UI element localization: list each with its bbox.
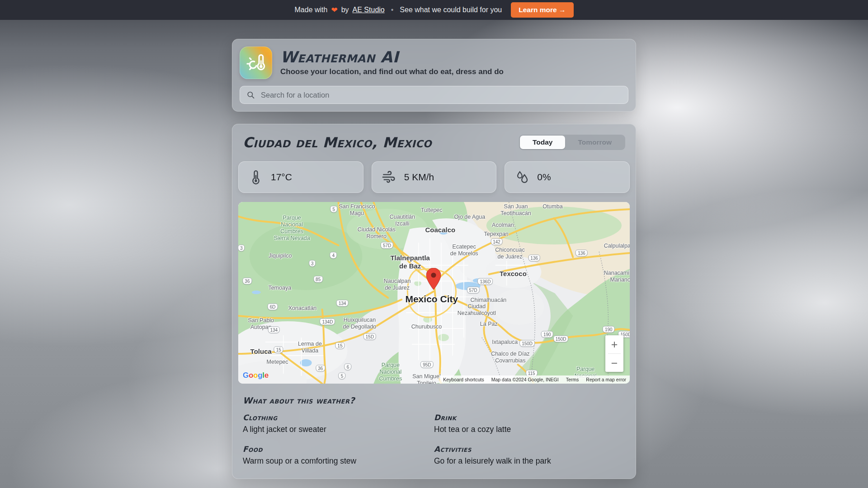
- attribution-keyboard-shortcuts[interactable]: Keyboard shortcuts: [439, 375, 487, 384]
- promo-text: Made with ❤ by AE Studio • See what we c…: [295, 5, 502, 15]
- dot-separator: •: [391, 6, 394, 14]
- stat-value: 5 KM/h: [404, 172, 434, 183]
- zoom-out-button[interactable]: −: [605, 354, 623, 372]
- app-header-card: Weatherman AI Choose your location, and …: [232, 39, 636, 112]
- location-title: Ciudad del Mexico, Mexico: [243, 134, 432, 150]
- suggestion-value: Go for a leisurely walk in the park: [434, 456, 625, 466]
- thermometer-icon: [248, 169, 264, 185]
- stat-card: 17°C: [238, 161, 363, 193]
- stat-value: 0%: [537, 172, 551, 183]
- google-logo[interactable]: Google: [243, 371, 269, 380]
- main-column: Weatherman AI Choose your location, and …: [232, 20, 636, 479]
- suggestion-item-drink: DrinkHot tea or a cozy latte: [434, 413, 625, 434]
- suggestions-grid: ClothingA light jacket or sweaterDrinkHo…: [243, 413, 625, 466]
- promo-prefix: Made with: [295, 6, 328, 14]
- promo-tagline: See what we could build for you: [400, 6, 502, 14]
- suggestion-label: Activities: [434, 445, 625, 454]
- suggestion-item-activities: ActivitiesGo for a leisurely walk in the…: [434, 445, 625, 466]
- logo-row: Weatherman AI Choose your location, and …: [240, 47, 628, 79]
- ae-studio-link[interactable]: AE Studio: [353, 6, 385, 14]
- stat-value: 17°C: [271, 172, 292, 183]
- title-block: Weatherman AI Choose your location, and …: [280, 49, 504, 77]
- weather-card: Ciudad del Mexico, Mexico TodayTomorrow …: [232, 124, 636, 479]
- suggestion-label: Clothing: [243, 413, 434, 422]
- day-tabs: TodayTomorrow: [519, 135, 625, 150]
- attribution-report-a-map-error[interactable]: Report a map error: [582, 375, 630, 384]
- app-logo: [240, 47, 272, 79]
- learn-more-button[interactable]: Learn more →: [511, 2, 573, 18]
- tab-tomorrow[interactable]: Tomorrow: [565, 136, 624, 149]
- magnifier-icon: [246, 91, 255, 99]
- stat-card: 0%: [505, 161, 630, 193]
- map-canvas[interactable]: San Francisco MaguTultepecSan Juan Teoti…: [238, 202, 630, 384]
- suggestions-heading: What about this weather?: [243, 395, 625, 405]
- suggestion-item-food: FoodWarm soup or a comforting stew: [243, 445, 434, 466]
- tab-today[interactable]: Today: [520, 136, 566, 149]
- attribution-terms[interactable]: Terms: [562, 375, 583, 384]
- suggestion-value: Hot tea or a cozy latte: [434, 425, 625, 434]
- stat-card: 5 KM/h: [372, 161, 497, 193]
- app-title: Weatherman AI: [280, 49, 504, 66]
- heart-icon: ❤: [331, 5, 337, 15]
- app-subtitle: Choose your location, and find out what …: [280, 67, 504, 76]
- suggestion-value: A light jacket or sweater: [243, 425, 434, 434]
- map-pin: [426, 268, 441, 290]
- sun-thermometer-icon: [244, 51, 268, 75]
- promo-by: by: [341, 6, 349, 14]
- promo-banner: Made with ❤ by AE Studio • See what we c…: [0, 0, 868, 20]
- search-input[interactable]: [240, 86, 628, 104]
- suggestion-value: Warm soup or a comforting stew: [243, 456, 434, 466]
- zoom-in-button[interactable]: +: [605, 335, 623, 353]
- map-zoom-control: + −: [605, 335, 623, 372]
- suggestion-label: Food: [243, 445, 434, 454]
- map-attribution: Keyboard shortcutsMap data ©2024 Google,…: [439, 375, 630, 384]
- attribution-map-data-google-inegi: Map data ©2024 Google, INEGI: [488, 375, 562, 384]
- map-graphics: [238, 202, 630, 384]
- suggestion-item-clothing: ClothingA light jacket or sweater: [243, 413, 434, 434]
- search-row: [240, 86, 628, 104]
- suggestions-section: What about this weather? ClothingA light…: [243, 395, 625, 466]
- stats-row: 17°C5 KM/h0%: [238, 161, 630, 193]
- wind-icon: [382, 169, 397, 185]
- droplets-icon: [514, 169, 530, 185]
- suggestion-label: Drink: [434, 413, 625, 422]
